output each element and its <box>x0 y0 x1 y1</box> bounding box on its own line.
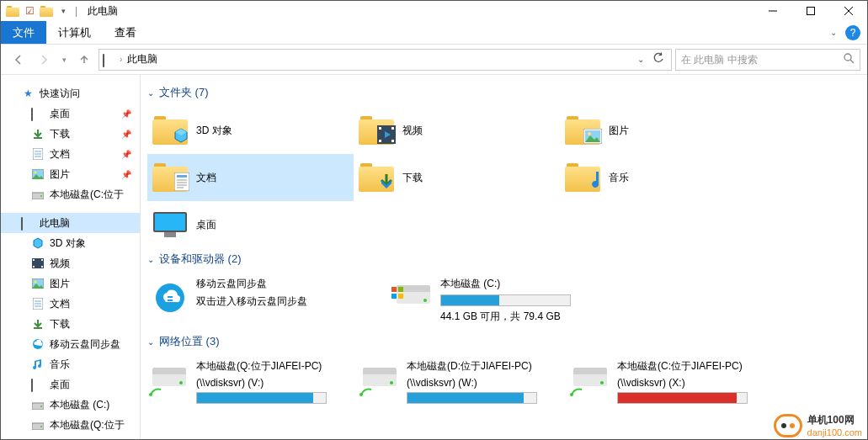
refresh-icon[interactable] <box>649 52 668 66</box>
sidebar-item[interactable]: 下载📌 <box>1 124 140 144</box>
svg-point-54 <box>359 393 363 396</box>
svg-rect-19 <box>41 266 43 268</box>
folder-name: 文档 <box>196 171 216 185</box>
svg-rect-16 <box>33 259 35 261</box>
address-text: 此电脑 <box>127 52 157 66</box>
search-box[interactable] <box>675 49 860 71</box>
sidebar-item[interactable]: 图片📌 <box>1 164 140 184</box>
svg-rect-17 <box>33 266 35 268</box>
svg-point-14 <box>40 195 42 197</box>
search-input[interactable] <box>681 54 843 66</box>
recent-dropdown-icon[interactable]: ▾ <box>58 49 70 71</box>
sidebar: ★ 快速访问 桌面📌下载📌文档📌图片📌本地磁盘(C:位于 此电脑 3D 对象视频… <box>1 75 141 439</box>
sidebar-item[interactable]: 下载 <box>1 314 140 334</box>
network-drive-tile[interactable]: 本地磁盘(D:位于JIAFEI-PC)(\\vdisksvr) (W:) <box>358 356 568 413</box>
folder-name: 3D 对象 <box>196 124 232 138</box>
sidebar-item[interactable]: 移动云盘同步盘 <box>1 334 140 354</box>
sidebar-label: 快速访问 <box>40 87 80 101</box>
sidebar-item[interactable]: 本地磁盘(C:位于 <box>1 184 140 204</box>
forward-button[interactable] <box>33 49 55 71</box>
folder-icon <box>359 160 394 195</box>
sidebar-item[interactable]: 桌面 <box>1 374 140 395</box>
minimize-button[interactable] <box>754 1 791 21</box>
item-icon <box>31 277 45 290</box>
sidebar-item-label: 图片 <box>50 277 70 291</box>
ribbon-expand-icon[interactable]: ⌄ <box>830 28 837 37</box>
sidebar-item[interactable]: 本地磁盘 (C:) <box>1 395 140 415</box>
folder-tile[interactable]: 桌面 <box>147 201 354 248</box>
svg-rect-48 <box>168 300 173 301</box>
ribbon-tab-file[interactable]: 文件 <box>1 21 46 44</box>
device-cloud-sync[interactable]: 移动云盘同步盘 双击进入移动云盘同步盘 <box>147 273 391 331</box>
svg-rect-51 <box>391 294 397 299</box>
group-header-network[interactable]: ⌄ 网络位置 (3) <box>147 334 860 349</box>
folder-tile[interactable]: 视频 <box>354 107 560 154</box>
network-drive-icon <box>152 363 188 398</box>
folder-tile[interactable]: 3D 对象 <box>147 107 354 154</box>
sidebar-item[interactable]: 图片 <box>1 273 140 294</box>
usage-bar <box>440 294 571 306</box>
qat-checkbox-icon[interactable]: ☑ <box>23 4 36 18</box>
item-icon <box>31 107 45 120</box>
qat-dropdown-icon[interactable]: ▾ <box>56 4 70 18</box>
network-drive-icon <box>573 363 609 398</box>
folder-tile[interactable]: 文档 <box>147 154 354 201</box>
item-icon <box>31 418 45 432</box>
ribbon-tab-view[interactable]: 查看 <box>103 21 148 44</box>
item-icon <box>31 167 45 181</box>
sidebar-item-label: 本地磁盘(C:位于 <box>50 188 124 202</box>
svg-rect-36 <box>391 140 394 142</box>
network-drive-tile[interactable]: 本地磁盘(C:位于JIAFEI-PC)(\\vdisksvr) (X:) <box>568 356 779 413</box>
sidebar-item-label: 下载 <box>50 127 70 141</box>
sidebar-item[interactable]: 桌面📌 <box>1 103 140 124</box>
folder-tile[interactable]: 音乐 <box>560 154 766 201</box>
window-title: 此电脑 <box>88 4 118 19</box>
sidebar-item[interactable]: 视频 <box>1 253 140 273</box>
sidebar-item-label: 文档 <box>50 147 70 162</box>
sidebar-item[interactable]: 3D 对象 <box>1 233 140 253</box>
search-icon[interactable] <box>843 52 855 66</box>
back-button[interactable] <box>8 49 29 71</box>
sidebar-this-pc[interactable]: 此电脑 <box>1 213 140 233</box>
sidebar-item[interactable]: 本地磁盘(Q:位于 <box>1 415 140 435</box>
maximize-button[interactable] <box>791 1 829 21</box>
address-bar[interactable]: › 此电脑 ⌄ <box>99 49 672 71</box>
network-drive-tile[interactable]: 本地磁盘(Q:位于JIAFEI-PC)(\\vdisksvr) (V:) <box>147 356 358 413</box>
sidebar-quick-access[interactable]: ★ 快速访问 <box>1 83 140 103</box>
close-button[interactable] <box>829 1 867 21</box>
sidebar-item-label: 本地磁盘(Q:位于 <box>50 418 125 432</box>
sidebar-item-label: 视频 <box>50 257 70 271</box>
watermark-logo-icon <box>774 414 802 437</box>
pin-icon: 📌 <box>121 109 131 119</box>
watermark-text: 单机100网 <box>807 413 862 427</box>
ribbon-tab-computer[interactable]: 计算机 <box>46 21 103 44</box>
item-icon <box>31 317 45 331</box>
qat-newfolder-icon[interactable] <box>40 4 53 18</box>
sidebar-item-label: 桌面 <box>50 107 70 121</box>
group-header-folders[interactable]: ⌄ 文件夹 (7) <box>147 85 860 100</box>
sidebar-item[interactable]: 文档📌 <box>1 144 140 164</box>
drive-name: 本地磁盘(C:位于JIAFEI-PC) <box>617 359 748 374</box>
group-header-devices[interactable]: ⌄ 设备和驱动器 (2) <box>147 252 860 267</box>
watermark: 单机100网 danji100.com <box>774 413 862 437</box>
sidebar-item[interactable]: 文档 <box>1 294 140 314</box>
drive-path: (\\vdisksvr) (W:) <box>407 377 537 389</box>
folder-tile[interactable]: 图片 <box>560 107 766 154</box>
pin-icon: 📌 <box>121 170 131 179</box>
svg-rect-35 <box>391 127 394 130</box>
sidebar-item[interactable]: 音乐 <box>1 354 140 374</box>
content-pane: ⌄ 文件夹 (7) 3D 对象视频图片文档下载音乐桌面 ⌄ 设备和驱动器 (2)… <box>141 75 867 439</box>
address-dropdown-icon[interactable]: ⌄ <box>634 55 647 64</box>
folder-tile[interactable]: 下载 <box>354 154 560 201</box>
up-button[interactable] <box>73 49 95 71</box>
network-drive-icon <box>363 363 398 398</box>
help-icon[interactable]: ? <box>845 25 860 40</box>
device-local-c[interactable]: 本地磁盘 (C:) 44.1 GB 可用，共 79.4 GB <box>391 273 602 331</box>
folder-icon <box>152 160 188 195</box>
drive-path: (\\vdisksvr) (X:) <box>617 377 748 389</box>
folder-name: 视频 <box>402 124 423 138</box>
usage-bar <box>407 392 537 404</box>
folder-icon <box>152 113 188 148</box>
svg-point-55 <box>570 393 573 396</box>
item-icon <box>31 127 45 140</box>
